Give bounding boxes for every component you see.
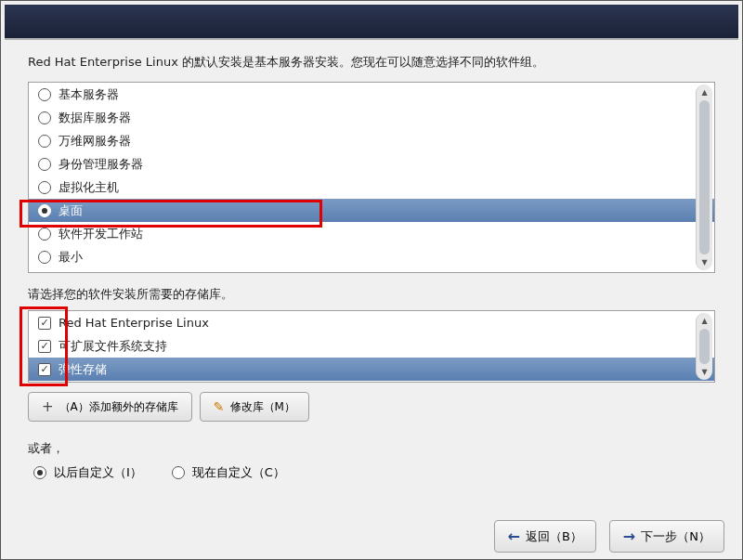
edit-icon [214, 399, 225, 414]
software-option[interactable]: 基本服务器 [29, 83, 714, 106]
scroll-down-icon: ▼ [701, 258, 707, 267]
back-label: 返回（B） [526, 528, 582, 545]
back-button[interactable]: 返回（B） [494, 520, 596, 553]
next-button[interactable]: 下一步（N） [609, 520, 724, 553]
repo-option-label: Red Hat Enterprise Linux [59, 316, 209, 330]
software-option[interactable]: 软件开发工作站 [29, 222, 714, 245]
repo-option[interactable]: Red Hat Enterprise Linux [29, 311, 714, 334]
software-group-listbox: 基本服务器数据库服务器万维网服务器身份管理服务器虚拟化主机桌面软件开发工作站最小… [28, 82, 715, 273]
radio-icon [33, 466, 46, 479]
software-option-label: 数据库服务器 [59, 110, 131, 126]
software-option-label: 最小 [59, 249, 83, 266]
add-repo-button[interactable]: （A）添加额外的存储库 [28, 392, 192, 422]
repo-scrollbar[interactable]: ▲ ▼ [696, 313, 712, 380]
customize-later-radio[interactable]: 以后自定义（I） [33, 464, 142, 481]
software-option[interactable]: 桌面 [29, 199, 714, 222]
radio-icon [38, 158, 51, 171]
radio-icon [172, 466, 185, 479]
software-option[interactable]: 最小 [29, 245, 714, 268]
checkbox-icon [38, 317, 51, 330]
repo-option-label: 弹性存储 [59, 361, 107, 378]
radio-icon [38, 111, 51, 124]
radio-icon [38, 251, 51, 264]
customize-now-label: 现在自定义（C） [192, 464, 285, 481]
arrow-right-icon [623, 527, 635, 545]
radio-icon [38, 228, 51, 241]
radio-icon [38, 181, 51, 194]
software-option-label: 软件开发工作站 [59, 226, 143, 242]
checkbox-icon [38, 363, 51, 376]
scroll-down-icon: ▼ [701, 368, 707, 376]
software-scrollbar[interactable]: ▲ ▼ [696, 85, 712, 270]
checkbox-icon [38, 340, 51, 353]
arrow-left-icon [508, 527, 520, 545]
customize-later-label: 以后自定义（I） [54, 464, 142, 481]
modify-repo-label: 修改库（M） [230, 399, 295, 415]
software-option[interactable]: 虚拟化主机 [29, 176, 714, 199]
customize-now-radio[interactable]: 现在自定义（C） [172, 464, 285, 481]
software-option-label: 身份管理服务器 [59, 156, 143, 173]
software-option[interactable]: 万维网服务器 [29, 129, 714, 152]
repo-option[interactable]: 可扩展文件系统支持 [29, 334, 714, 358]
or-label: 或者， [28, 440, 715, 457]
repo-listbox: Red Hat Enterprise Linux可扩展文件系统支持弹性存储 ▲ … [28, 310, 715, 383]
scroll-thumb[interactable] [699, 329, 710, 364]
software-option-label: 桌面 [59, 202, 83, 219]
plus-icon [42, 398, 54, 415]
software-option-label: 基本服务器 [59, 86, 119, 103]
radio-icon [38, 204, 51, 217]
software-option[interactable]: 身份管理服务器 [29, 152, 714, 176]
repo-section-label: 请选择您的软件安装所需要的存储库。 [28, 286, 715, 303]
radio-icon [38, 135, 51, 148]
repo-option[interactable]: 弹性存储 [29, 358, 714, 381]
add-repo-label: （A）添加额外的存储库 [59, 399, 178, 415]
software-option-label: 万维网服务器 [59, 133, 131, 150]
scroll-up-icon: ▲ [701, 88, 707, 97]
software-option-label: 虚拟化主机 [59, 179, 119, 196]
scroll-thumb[interactable] [699, 100, 710, 254]
next-label: 下一步（N） [641, 528, 710, 545]
radio-icon [38, 88, 51, 101]
scroll-up-icon: ▲ [701, 317, 707, 325]
software-option[interactable]: 数据库服务器 [29, 106, 714, 129]
intro-text: Red Hat Enterprise Linux 的默认安装是基本服务器安装。您… [28, 54, 715, 71]
repo-option-label: 可扩展文件系统支持 [59, 338, 167, 355]
modify-repo-button[interactable]: 修改库（M） [200, 392, 309, 422]
